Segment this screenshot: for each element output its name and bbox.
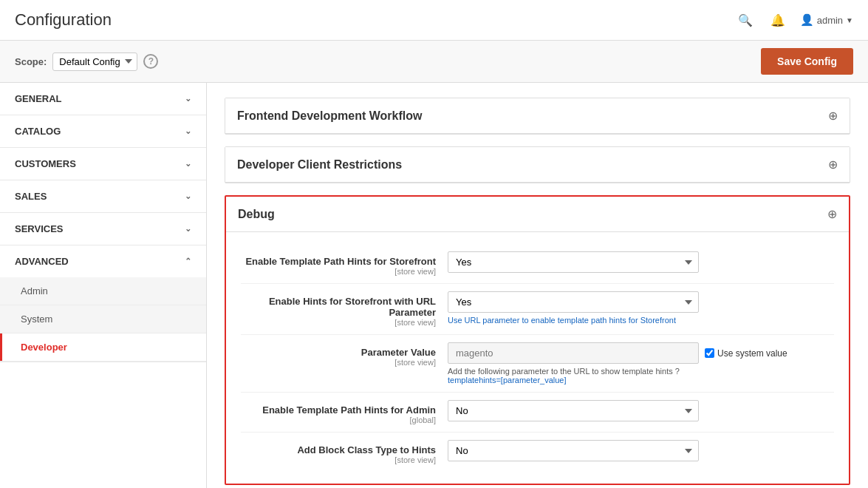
top-header: Configuration 🔍 🔔 👤 admin ▼ <box>0 0 868 41</box>
sidebar: GENERAL ⌄ CATALOG ⌄ CUSTOMERS ⌄ SALES ⌄ <box>0 83 207 488</box>
label-main-text: Parameter Value <box>361 347 436 358</box>
help-icon[interactable]: ? <box>143 54 158 69</box>
collapse-icon: ⊕ <box>828 109 838 123</box>
content-area: Frontend Development Workflow ⊕ Develope… <box>207 83 868 488</box>
input-parameter-value[interactable] <box>448 342 699 364</box>
use-system-value-label: Use system value <box>705 348 787 359</box>
row-template-path-hints-storefront: Enable Template Path Hints for Storefron… <box>241 244 834 284</box>
label-template-path-hints-storefront: Enable Template Path Hints for Storefron… <box>241 251 448 276</box>
sidebar-item-system-label: System <box>21 314 52 325</box>
label-sub-text: [store view] <box>241 318 436 327</box>
scope-left: Scope: Default Config ? <box>15 52 158 71</box>
section-debug-title: Debug <box>238 208 275 221</box>
label-sub-text: [global] <box>241 416 436 424</box>
content-hints-storefront-url: Yes No Use URL parameter to enable templ… <box>448 291 834 325</box>
system-value-row: Use system value <box>448 342 834 364</box>
notifications-button[interactable]: 🔔 <box>768 10 788 30</box>
sidebar-section-general: GENERAL ⌄ <box>0 83 206 115</box>
label-main-text: Enable Template Path Hints for Admin <box>262 404 436 416</box>
bell-icon: 🔔 <box>770 14 785 27</box>
header-right: 🔍 🔔 👤 admin ▼ <box>735 10 853 30</box>
sidebar-section-services: SERVICES ⌄ <box>0 213 206 245</box>
content-parameter-value: Use system value Add the following param… <box>448 342 834 384</box>
chevron-down-icon: ⌄ <box>185 126 191 136</box>
sidebar-item-general[interactable]: GENERAL ⌄ <box>0 83 206 115</box>
section-frontend-dev-workflow-title: Frontend Development Workflow <box>237 109 422 123</box>
debug-body: Enable Template Path Hints for Storefron… <box>226 232 849 484</box>
sidebar-item-services-label: SERVICES <box>15 223 64 234</box>
sidebar-item-services[interactable]: SERVICES ⌄ <box>0 213 206 245</box>
sidebar-item-general-label: GENERAL <box>15 93 62 104</box>
content-add-block-class: No Yes <box>448 440 834 461</box>
collapse-icon: ⊕ <box>828 157 838 172</box>
sidebar-item-advanced[interactable]: ADVANCED ⌃ <box>0 245 206 277</box>
select-hints-storefront-url[interactable]: Yes No <box>448 291 699 313</box>
sidebar-section-customers: CUSTOMERS ⌄ <box>0 148 206 180</box>
sidebar-section-advanced: ADVANCED ⌃ Admin System Developer <box>0 245 206 362</box>
search-button[interactable]: 🔍 <box>735 10 756 30</box>
label-sub-text: [store view] <box>241 358 436 367</box>
page-title: Configuration <box>15 10 112 30</box>
collapse-icon: ⊕ <box>827 207 837 221</box>
section-developer-client-restrictions-header[interactable]: Developer Client Restrictions ⊕ <box>225 147 850 183</box>
save-config-button[interactable]: Save Config <box>761 48 853 75</box>
section-debug-header[interactable]: Debug ⊕ <box>226 197 849 232</box>
sidebar-item-developer[interactable]: Developer <box>0 333 206 362</box>
label-template-path-hints-admin: Enable Template Path Hints for Admin [gl… <box>241 400 448 424</box>
sidebar-advanced-sub-items: Admin System Developer <box>0 277 206 362</box>
chevron-down-icon: ⌄ <box>185 192 191 201</box>
label-main-text: Enable Hints for Storefront with URL Par… <box>269 296 436 318</box>
label-parameter-value: Parameter Value [store view] <box>241 342 448 367</box>
section-debug: Debug ⊕ Enable Template Path Hints for S… <box>225 195 850 485</box>
sidebar-item-admin[interactable]: Admin <box>0 277 206 305</box>
label-sub-text: [store view] <box>241 455 436 464</box>
content-template-path-hints-storefront: Yes No <box>448 251 834 273</box>
chevron-down-icon: ⌄ <box>185 94 191 104</box>
row-parameter-value: Parameter Value [store view] Use system … <box>241 335 834 393</box>
row-add-block-class: Add Block Class Type to Hints [store vie… <box>241 433 834 472</box>
sidebar-item-developer-label: Developer <box>21 342 67 353</box>
label-main-text: Add Block Class Type to Hints <box>297 444 436 455</box>
select-add-block-class[interactable]: No Yes <box>448 440 699 461</box>
hint-hints-storefront-url: Use URL parameter to enable template pat… <box>448 316 699 325</box>
scope-bar: Scope: Default Config ? Save Config <box>0 41 868 83</box>
sidebar-section-sales: SALES ⌄ <box>0 180 206 213</box>
row-hints-storefront-url: Enable Hints for Storefront with URL Par… <box>241 284 834 335</box>
sidebar-item-catalog[interactable]: CATALOG ⌄ <box>0 115 206 147</box>
label-hints-storefront-url: Enable Hints for Storefront with URL Par… <box>241 291 448 327</box>
scope-label: Scope: <box>15 56 47 67</box>
sidebar-item-sales[interactable]: SALES ⌄ <box>0 180 206 212</box>
sidebar-item-customers-label: CUSTOMERS <box>15 158 76 169</box>
help-text: ? <box>148 56 154 67</box>
section-developer-client-restrictions-title: Developer Client Restrictions <box>237 158 402 172</box>
select-template-path-hints-admin[interactable]: No Yes <box>448 400 699 421</box>
label-sub-text: [store view] <box>241 267 436 276</box>
hint-parameter-value: Add the following parameter to the URL t… <box>448 367 834 384</box>
admin-menu[interactable]: 👤 admin ▼ <box>800 13 853 27</box>
use-system-value-checkbox[interactable] <box>705 348 714 358</box>
main-layout: GENERAL ⌄ CATALOG ⌄ CUSTOMERS ⌄ SALES ⌄ <box>0 83 868 488</box>
select-template-path-hints-storefront[interactable]: Yes No <box>448 251 699 273</box>
chevron-down-icon: ⌄ <box>185 224 191 234</box>
row-template-path-hints-admin: Enable Template Path Hints for Admin [gl… <box>241 393 834 433</box>
chevron-down-icon: ⌄ <box>185 159 191 169</box>
search-icon: 🔍 <box>738 14 753 27</box>
admin-chevron-icon: ▼ <box>846 16 853 24</box>
admin-label: admin <box>817 15 843 26</box>
sidebar-item-catalog-label: CATALOG <box>15 126 61 137</box>
chevron-up-icon: ⌃ <box>185 257 191 266</box>
sidebar-item-system[interactable]: System <box>0 305 206 333</box>
section-frontend-dev-workflow-header[interactable]: Frontend Development Workflow ⊕ <box>225 98 850 134</box>
system-value-text: Use system value <box>717 348 787 359</box>
label-add-block-class: Add Block Class Type to Hints [store vie… <box>241 440 448 464</box>
content-template-path-hints-admin: No Yes <box>448 400 834 421</box>
user-icon: 👤 <box>800 13 814 27</box>
section-frontend-dev-workflow: Frontend Development Workflow ⊕ <box>225 98 850 135</box>
sidebar-item-admin-label: Admin <box>21 285 48 296</box>
scope-select[interactable]: Default Config <box>52 52 137 71</box>
sidebar-item-customers[interactable]: CUSTOMERS ⌄ <box>0 148 206 180</box>
sidebar-section-catalog: CATALOG ⌄ <box>0 115 206 148</box>
sidebar-item-sales-label: SALES <box>15 191 47 202</box>
sidebar-item-advanced-label: ADVANCED <box>15 256 69 267</box>
label-main-text: Enable Template Path Hints for Storefron… <box>245 256 436 267</box>
